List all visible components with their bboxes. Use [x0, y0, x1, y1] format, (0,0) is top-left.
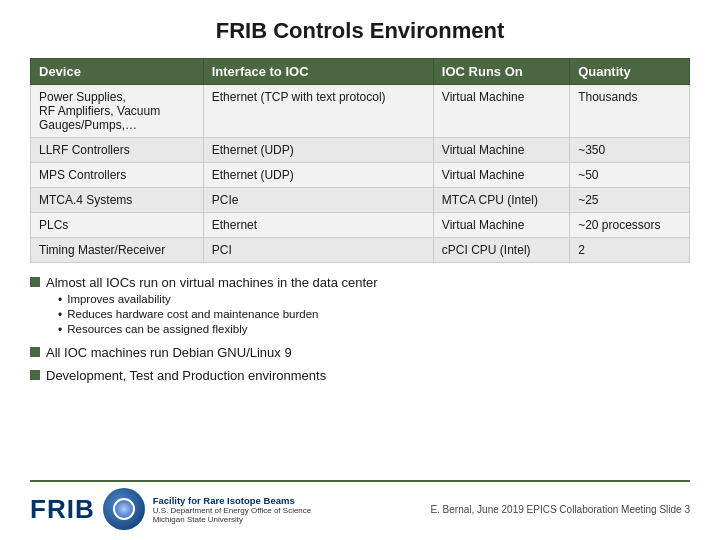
table-cell: PCI — [203, 238, 433, 263]
page: FRIB Controls Environment Device Interfa… — [0, 0, 720, 540]
table-cell: MTCA CPU (Intel) — [433, 188, 569, 213]
table-cell: Power Supplies, RF Amplifiers, Vacuum Ga… — [31, 85, 204, 138]
table-cell: ~350 — [570, 138, 690, 163]
table-row: Power Supplies, RF Amplifiers, Vacuum Ga… — [31, 85, 690, 138]
facility-line2: Michigan State University — [153, 515, 312, 524]
data-table: Device Interface to IOC IOC Runs On Quan… — [30, 58, 690, 263]
table-cell: ~25 — [570, 188, 690, 213]
table-cell: Virtual Machine — [433, 138, 569, 163]
bullet-square-icon — [30, 277, 40, 287]
bullet-main-text: Development, Test and Production environ… — [46, 368, 326, 383]
bullet-main-text: All IOC machines run Debian GNU/Linux 9 — [46, 345, 292, 360]
table-cell: Virtual Machine — [433, 213, 569, 238]
footer-facility: Facility for Rare Isotope Beams U.S. Dep… — [153, 495, 312, 524]
sub-bullet-item: Resources can be assigned flexibly — [58, 323, 690, 337]
bullet-section: All IOC machines run Debian GNU/Linux 9 — [30, 345, 690, 360]
bullet-square-icon — [30, 347, 40, 357]
sub-bullets-list: Improves availabilityReduces hardware co… — [30, 293, 690, 337]
table-cell: Ethernet (UDP) — [203, 163, 433, 188]
page-title: FRIB Controls Environment — [30, 18, 690, 44]
bullet-main-item: All IOC machines run Debian GNU/Linux 9 — [30, 345, 690, 360]
table-cell: Ethernet — [203, 213, 433, 238]
table-cell: ~50 — [570, 163, 690, 188]
table-cell: PCIe — [203, 188, 433, 213]
table-cell: MTCA.4 Systems — [31, 188, 204, 213]
table-row: MTCA.4 SystemsPCIeMTCA CPU (Intel)~25 — [31, 188, 690, 213]
footer-logo: FRIB Facility for Rare Isotope Beams U.S… — [30, 488, 311, 530]
table-cell: LLRF Controllers — [31, 138, 204, 163]
bullet-section: Development, Test and Production environ… — [30, 368, 690, 383]
bullet-main-text: Almost all IOCs run on virtual machines … — [46, 275, 378, 290]
table-cell: Thousands — [570, 85, 690, 138]
bullets-container: Almost all IOCs run on virtual machines … — [30, 275, 690, 391]
table-row: Timing Master/ReceiverPCIcPCI CPU (Intel… — [31, 238, 690, 263]
col-header-quantity: Quantity — [570, 59, 690, 85]
table-cell: Ethernet (UDP) — [203, 138, 433, 163]
bullet-square-icon — [30, 370, 40, 380]
bullet-main-item: Almost all IOCs run on virtual machines … — [30, 275, 690, 290]
table-header-row: Device Interface to IOC IOC Runs On Quan… — [31, 59, 690, 85]
footer: FRIB Facility for Rare Isotope Beams U.S… — [30, 480, 690, 530]
sub-bullet-item: Improves availability — [58, 293, 690, 307]
facility-name: Facility for Rare Isotope Beams — [153, 495, 312, 506]
table-cell: Ethernet (TCP with text protocol) — [203, 85, 433, 138]
bullet-main-item: Development, Test and Production environ… — [30, 368, 690, 383]
table-row: LLRF ControllersEthernet (UDP)Virtual Ma… — [31, 138, 690, 163]
bullet-section: Almost all IOCs run on virtual machines … — [30, 275, 690, 337]
table-row: PLCsEthernetVirtual Machine~20 processor… — [31, 213, 690, 238]
frib-logo-text: FRIB — [30, 494, 95, 525]
table-cell: Virtual Machine — [433, 85, 569, 138]
table-row: MPS ControllersEthernet (UDP)Virtual Mac… — [31, 163, 690, 188]
table-cell: Virtual Machine — [433, 163, 569, 188]
table-cell: cPCI CPU (Intel) — [433, 238, 569, 263]
table-cell: ~20 processors — [570, 213, 690, 238]
logo-inner — [113, 498, 135, 520]
logo-circle — [103, 488, 145, 530]
col-header-runs-on: IOC Runs On — [433, 59, 569, 85]
sub-bullet-item: Reduces hardware cost and maintenance bu… — [58, 308, 690, 322]
table-cell: 2 — [570, 238, 690, 263]
col-header-device: Device — [31, 59, 204, 85]
footer-credit: E. Bernal, June 2019 EPICS Collaboration… — [430, 504, 690, 515]
facility-line1: U.S. Department of Energy Office of Scie… — [153, 506, 312, 515]
table-cell: MPS Controllers — [31, 163, 204, 188]
table-cell: Timing Master/Receiver — [31, 238, 204, 263]
table-cell: PLCs — [31, 213, 204, 238]
col-header-interface: Interface to IOC — [203, 59, 433, 85]
